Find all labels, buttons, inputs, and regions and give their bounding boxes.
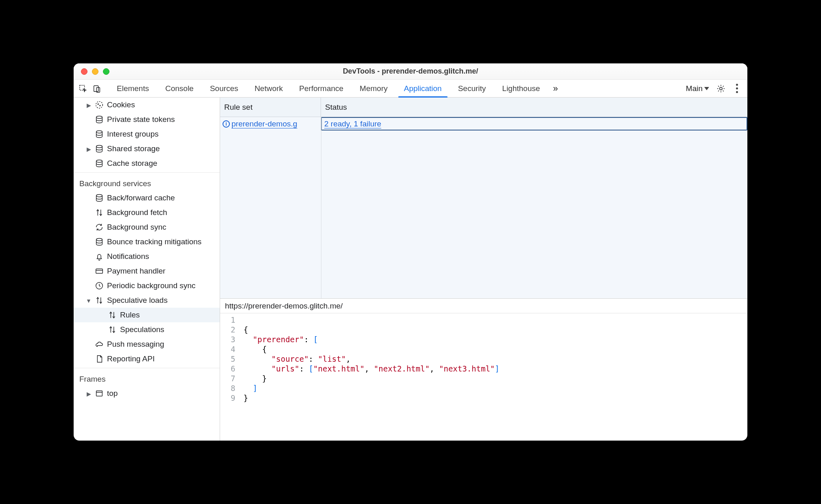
sidebar-item-private-state-tokens[interactable]: Private state tokens bbox=[74, 112, 220, 127]
cell-ruleset: i prerender-demos.g bbox=[220, 117, 321, 130]
window-zoom-button[interactable] bbox=[103, 68, 109, 75]
settings-icon[interactable] bbox=[714, 82, 728, 96]
db-icon bbox=[95, 193, 104, 202]
sidebar-item-label: Periodic background sync bbox=[107, 281, 196, 290]
updown-icon bbox=[108, 325, 117, 334]
sidebar-item-label: Shared storage bbox=[107, 144, 160, 153]
sidebar-item-label: Payment handler bbox=[107, 267, 166, 276]
sidebar-item-rules[interactable]: Rules bbox=[74, 308, 220, 322]
source-viewer: https://prerender-demos.glitch.me/ 12345… bbox=[220, 299, 747, 441]
tab-security[interactable]: Security bbox=[450, 80, 494, 97]
tab-application[interactable]: Application bbox=[396, 80, 450, 97]
application-sidebar: CookiesPrivate state tokensInterest grou… bbox=[74, 98, 220, 441]
sidebar-item-push-messaging[interactable]: Push messaging bbox=[74, 337, 220, 352]
sidebar-item-label: Speculations bbox=[120, 325, 164, 334]
updown-icon bbox=[108, 311, 117, 319]
rules-panel: Rule set Status i prerender-demos.g 2 re… bbox=[220, 98, 747, 299]
sidebar-item-label: top bbox=[107, 389, 118, 398]
sidebar-item-background-sync[interactable]: Background sync bbox=[74, 220, 220, 235]
disclosure-triangle-icon[interactable] bbox=[86, 102, 92, 109]
tab-sources[interactable]: Sources bbox=[202, 80, 247, 97]
sidebar-item-label: Cookies bbox=[107, 100, 135, 109]
table-header-status[interactable]: Status bbox=[321, 98, 747, 117]
target-dropdown-label: Main bbox=[686, 84, 703, 93]
sidebar-item-payment-handler[interactable]: Payment handler bbox=[74, 264, 220, 278]
sidebar-item-label: Push messaging bbox=[107, 340, 164, 349]
bell-icon bbox=[95, 252, 104, 261]
sync-icon bbox=[95, 223, 104, 232]
sidebar-item-speculations[interactable]: Speculations bbox=[74, 322, 220, 337]
sidebar-item-label: Reporting API bbox=[107, 354, 155, 363]
code-body[interactable]: { "prerender": [ { "source": "list", "ur… bbox=[243, 315, 499, 432]
tab-console[interactable]: Console bbox=[157, 80, 202, 97]
sidebar-item-label: Background sync bbox=[107, 223, 166, 232]
sidebar-item-periodic-background-sync[interactable]: Periodic background sync bbox=[74, 278, 220, 293]
table-header: Rule set Status bbox=[220, 98, 747, 117]
db-icon bbox=[95, 144, 104, 153]
titlebar: DevTools - prerender-demos.glitch.me/ bbox=[74, 63, 747, 80]
source-url: https://prerender-demos.glitch.me/ bbox=[220, 299, 747, 313]
sidebar-item-top[interactable]: top bbox=[74, 386, 220, 401]
tab-memory[interactable]: Memory bbox=[352, 80, 396, 97]
window-minimize-button[interactable] bbox=[92, 68, 98, 75]
status-link[interactable]: 2 ready, 1 failure bbox=[324, 119, 381, 128]
sidebar-item-bounce-tracking-mitigations[interactable]: Bounce tracking mitigations bbox=[74, 235, 220, 249]
inspect-element-icon[interactable] bbox=[76, 82, 90, 96]
clock-icon bbox=[95, 281, 104, 290]
db-icon bbox=[95, 237, 104, 246]
kebab-menu-icon[interactable] bbox=[733, 84, 741, 93]
sidebar-item-label: Cache storage bbox=[107, 159, 157, 168]
disclosure-triangle-icon[interactable] bbox=[86, 146, 92, 152]
tab-performance[interactable]: Performance bbox=[291, 80, 352, 97]
tab-elements[interactable]: Elements bbox=[109, 80, 157, 97]
sidebar-item-label: Rules bbox=[120, 311, 140, 319]
cell-status: 2 ready, 1 failure bbox=[321, 117, 747, 130]
chevron-down-icon bbox=[704, 87, 709, 90]
window-close-button[interactable] bbox=[81, 68, 87, 75]
sidebar-item-interest-groups[interactable]: Interest groups bbox=[74, 127, 220, 141]
sidebar-item-reporting-api[interactable]: Reporting API bbox=[74, 352, 220, 366]
sidebar-item-shared-storage[interactable]: Shared storage bbox=[74, 141, 220, 156]
sidebar-item-label: Speculative loads bbox=[107, 296, 168, 305]
toolbar: ElementsConsoleSourcesNetworkPerformance… bbox=[74, 80, 747, 98]
table-header-ruleset[interactable]: Rule set bbox=[220, 98, 321, 117]
table-row[interactable]: i prerender-demos.g 2 ready, 1 failure bbox=[220, 117, 747, 130]
window-title: DevTools - prerender-demos.glitch.me/ bbox=[74, 63, 747, 79]
ruleset-link[interactable]: prerender-demos.g bbox=[231, 119, 297, 128]
sidebar-item-speculative-loads[interactable]: Speculative loads bbox=[74, 293, 220, 308]
sidebar-item-cache-storage[interactable]: Cache storage bbox=[74, 156, 220, 171]
updown-icon bbox=[95, 208, 104, 217]
info-icon: i bbox=[223, 120, 230, 128]
cookie-icon bbox=[95, 100, 104, 109]
sidebar-section-title: Background services bbox=[74, 174, 220, 191]
sidebar-item-label: Interest groups bbox=[107, 130, 159, 139]
updown-icon bbox=[95, 296, 104, 305]
doc-icon bbox=[95, 354, 104, 363]
app-window: DevTools - prerender-demos.glitch.me/ El… bbox=[74, 63, 747, 441]
sidebar-item-label: Back/forward cache bbox=[107, 193, 175, 202]
sidebar-item-label: Notifications bbox=[107, 252, 149, 261]
disclosure-triangle-icon[interactable] bbox=[86, 298, 92, 304]
sidebar-item-label: Bounce tracking mitigations bbox=[107, 237, 201, 246]
db-icon bbox=[95, 130, 104, 139]
cloud-icon bbox=[95, 340, 104, 349]
disclosure-triangle-icon[interactable] bbox=[86, 391, 92, 397]
sidebar-item-notifications[interactable]: Notifications bbox=[74, 249, 220, 264]
target-dropdown[interactable]: Main bbox=[686, 84, 709, 93]
tab-network[interactable]: Network bbox=[247, 80, 291, 97]
tab-lighthouse[interactable]: Lighthouse bbox=[494, 80, 548, 97]
db-icon bbox=[95, 159, 104, 168]
db-icon bbox=[95, 115, 104, 124]
sidebar-item-label: Private state tokens bbox=[107, 115, 175, 124]
card-icon bbox=[95, 267, 104, 276]
frame-icon bbox=[95, 389, 104, 398]
sidebar-item-label: Background fetch bbox=[107, 208, 167, 217]
more-tabs-icon[interactable]: » bbox=[548, 82, 562, 96]
sidebar-item-background-fetch[interactable]: Background fetch bbox=[74, 205, 220, 220]
sidebar-item-back-forward-cache[interactable]: Back/forward cache bbox=[74, 191, 220, 205]
sidebar-section-title: Frames bbox=[74, 370, 220, 386]
sidebar-item-cookies[interactable]: Cookies bbox=[74, 98, 220, 112]
device-toggle-icon[interactable] bbox=[90, 82, 104, 96]
